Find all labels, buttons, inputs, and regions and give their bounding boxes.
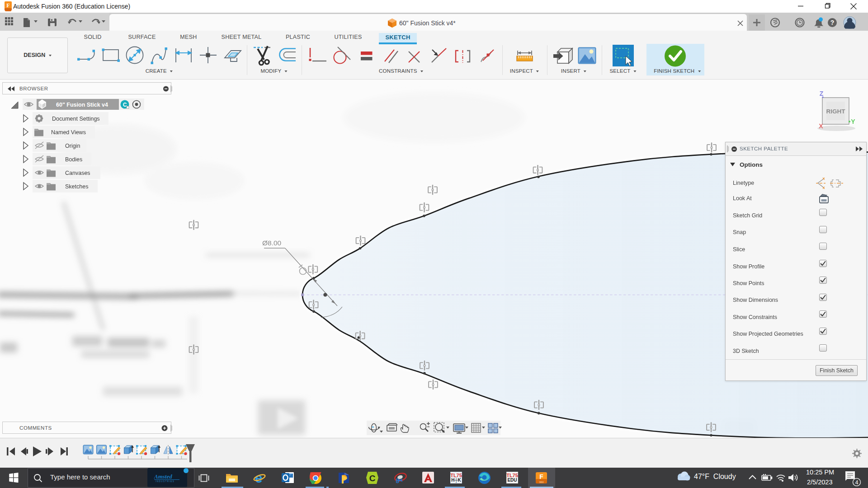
svg-text:RIGHT: RIGHT: [826, 108, 846, 115]
svg-text:Y: Y: [851, 118, 855, 125]
svg-text:F: F: [539, 473, 543, 480]
svg-text:H┼K: H┼K: [451, 477, 461, 483]
svg-text:C: C: [369, 474, 376, 483]
svg-text:Document Settings: Document Settings: [52, 116, 100, 122]
svg-text:360: 360: [539, 481, 544, 483]
svg-text:Bodies: Bodies: [65, 156, 82, 163]
svg-text:60" Fusion Stick v4: 60" Fusion Stick v4: [56, 102, 108, 108]
svg-text:?: ?: [830, 19, 835, 26]
svg-text:Ø8.00: Ø8.00: [262, 239, 282, 247]
svg-text:X: X: [819, 122, 823, 130]
svg-text:C: C: [123, 102, 127, 108]
svg-text:Sketches: Sketches: [65, 183, 88, 190]
svg-text:e: e: [255, 471, 263, 485]
svg-text:Z: Z: [820, 90, 824, 97]
svg-text:4: 4: [855, 479, 859, 486]
svg-text:F: F: [6, 2, 9, 9]
svg-text:EDU: EDU: [507, 478, 517, 483]
svg-text:Origin: Origin: [65, 143, 80, 149]
svg-text:Named Views: Named Views: [51, 129, 86, 136]
svg-text:Canvases: Canvases: [65, 170, 90, 176]
